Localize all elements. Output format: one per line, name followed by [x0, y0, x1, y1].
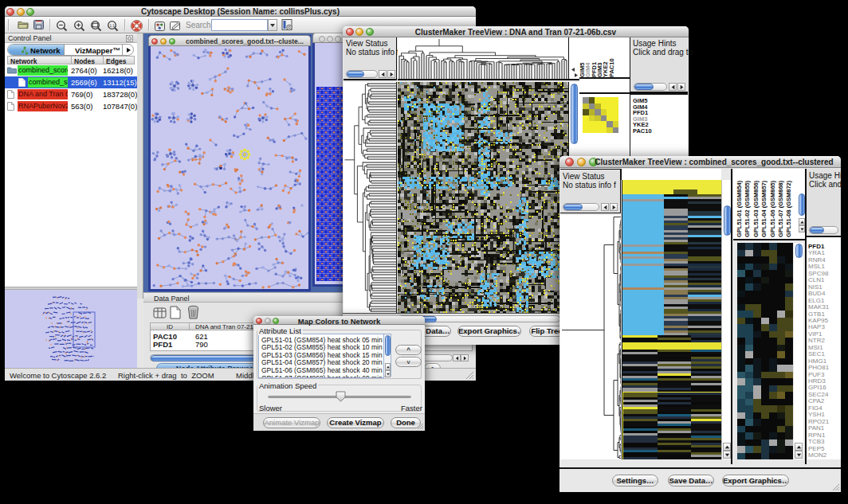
svg-text:GPL51-07 (GSM868): GPL51-07 (GSM868)	[777, 180, 784, 237]
svg-text:GPL51-06 (GSM865): GPL51-06 (GSM865)	[769, 180, 776, 237]
svg-text:GPL51-03 (GSM856): GPL51-03 (GSM856)	[752, 180, 760, 237]
svg-text:GPL51-01 (GSM854): GPL51-01 (GSM854)	[736, 180, 743, 237]
svg-text:1:1: 1:1	[109, 24, 115, 28]
svg-text:GPL51-08 (GSM872): GPL51-08 (GSM872)	[785, 180, 792, 237]
svg-text:GPL51-02 (GSM855): GPL51-02 (GSM855)	[744, 180, 751, 237]
svg-text:PAC10: PAC10	[608, 58, 615, 77]
svg-text:GPL51-04 (GSM857): GPL51-04 (GSM857)	[760, 180, 768, 237]
